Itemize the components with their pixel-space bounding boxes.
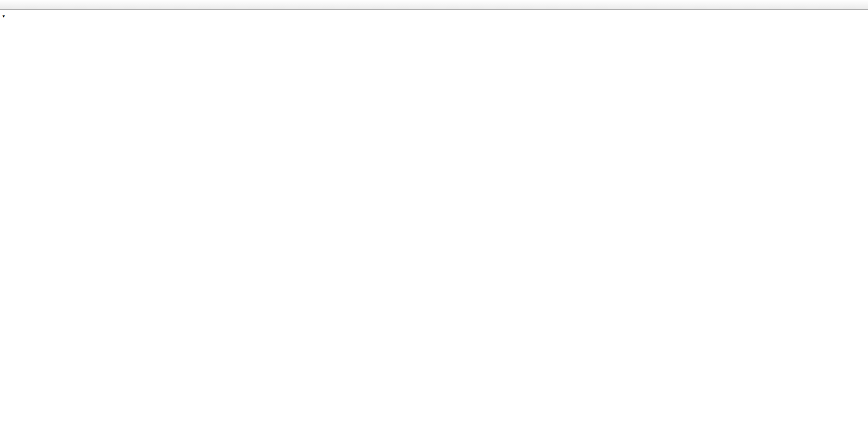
mt4-window: ▼ <box>0 0 868 431</box>
toolbar <box>0 0 868 10</box>
chart-canvas[interactable] <box>0 0 868 431</box>
chart-menu-arrow[interactable]: ▼ <box>2 14 6 19</box>
